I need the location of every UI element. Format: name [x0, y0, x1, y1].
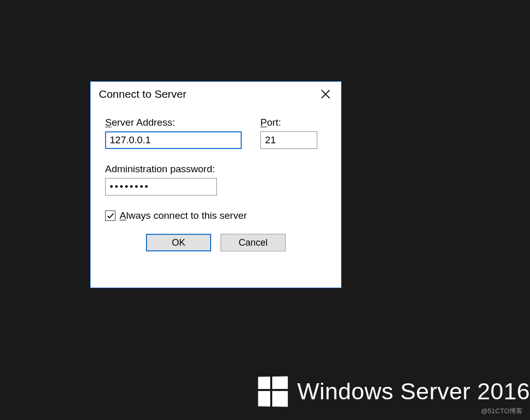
dialog-body: Server Address: Port: Administration pas… [91, 107, 341, 262]
server-address-group: Server Address: [105, 117, 242, 149]
os-branding: Windows Server 2016 [258, 377, 530, 407]
port-group: Port: [260, 117, 317, 149]
close-icon [321, 89, 330, 99]
password-input[interactable] [105, 178, 217, 196]
password-label: Administration password: [105, 163, 327, 175]
always-connect-checkbox[interactable] [105, 211, 115, 221]
close-button[interactable] [315, 84, 336, 104]
server-address-input[interactable] [105, 131, 242, 149]
watermark-text: @51CTO博客 [481, 407, 523, 416]
always-connect-label: Always connect to this server [120, 210, 247, 221]
windows-logo-icon [258, 377, 288, 407]
dialog-title: Connect to Server [99, 88, 315, 100]
connect-to-server-dialog: Connect to Server Server Address: Port: … [90, 81, 342, 288]
port-input[interactable] [260, 131, 317, 149]
check-icon [107, 212, 114, 220]
port-label: Port: [260, 117, 317, 128]
dialog-titlebar: Connect to Server [91, 82, 341, 107]
password-group: Administration password: [105, 163, 327, 196]
server-address-label: Server Address: [105, 117, 242, 128]
ok-button[interactable]: OK [146, 234, 211, 251]
dialog-buttons: OK Cancel [105, 234, 327, 251]
cancel-button[interactable]: Cancel [220, 234, 286, 251]
os-branding-text: Windows Server 2016 [297, 378, 530, 405]
always-connect-row: Always connect to this server [105, 210, 327, 221]
